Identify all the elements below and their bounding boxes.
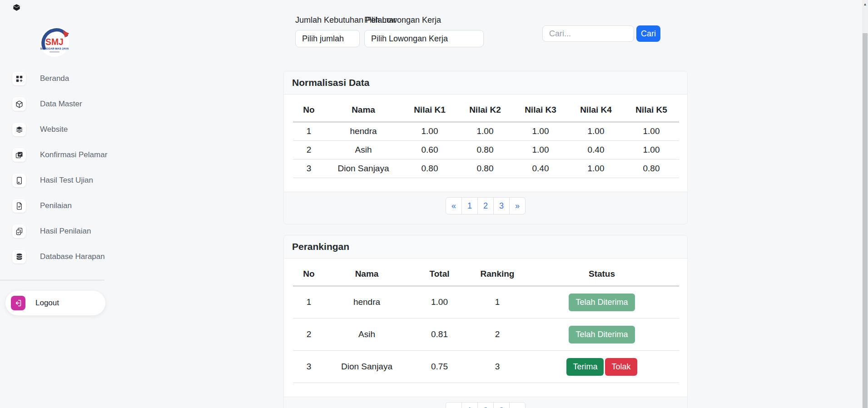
sidebar-item-hasil-penilaian[interactable]: Hasil Penilaian <box>0 224 109 238</box>
column-header: Total <box>409 262 470 286</box>
sidebar-item-konfirmasi-pelamar[interactable]: Konfirmasi Pelamar <box>0 148 109 162</box>
sidebar-item-label: Data Master <box>40 100 82 109</box>
pagination-prev[interactable]: « <box>446 197 462 214</box>
table-cell: 1 <box>470 286 525 318</box>
pagination-page-1[interactable]: 1 <box>461 402 478 408</box>
table-header-row: No Nama Total Ranking Status <box>293 262 679 286</box>
search-input[interactable] <box>542 25 634 42</box>
table-cell: 0.80 <box>402 159 457 178</box>
table-cell: 1.00 <box>402 122 457 141</box>
main-content: Jumlah Kebutuhan Pelamar Pilih jumlah Pi… <box>109 0 862 408</box>
table-row: 3 Dion Sanjaya 0.75 3 TerimaTolak <box>293 351 679 383</box>
normalisasi-title: Normalisasi Data <box>292 77 679 88</box>
grid-plus-icon <box>12 72 26 85</box>
search-button[interactable]: Cari <box>636 25 660 42</box>
table-cell: 1.00 <box>409 286 470 318</box>
normalisasi-card-footer: « 1 2 3 » <box>284 192 687 224</box>
sidebar-item-website[interactable]: Website <box>0 123 109 136</box>
normalisasi-card-header: Normalisasi Data <box>284 71 687 95</box>
status-accepted-button[interactable]: Telah Diterima <box>569 294 635 311</box>
logout-icon <box>11 296 25 310</box>
sidebar-item-label: Konfirmasi Pelamar <box>40 150 107 159</box>
tablet-icon <box>12 174 26 187</box>
logout-button[interactable]: Logout <box>5 291 105 315</box>
sidebar-item-penilaian[interactable]: Penilaian <box>0 199 109 213</box>
sidebar-item-beranda[interactable]: Beranda <box>0 72 109 85</box>
table-cell: 0.40 <box>513 159 568 178</box>
table-row: 1 hendra 1.00 1.00 1.00 1.00 1.00 <box>293 122 679 141</box>
up-arrow-icon[interactable]: ▲ <box>862 1 868 8</box>
column-header: No <box>293 98 325 122</box>
sidebar-menu: Beranda Data Master Website Konfirmasi P… <box>0 72 109 275</box>
terima-button[interactable]: Terima <box>566 358 604 376</box>
table-cell: 1.00 <box>513 122 568 141</box>
table-cell: 1 <box>293 286 325 318</box>
sidebar-item-hasil-test-ujian[interactable]: Hasil Test Ujian <box>0 174 109 187</box>
table-cell: Telah Diterima <box>525 286 679 318</box>
perankingan-card-footer: « 1 2 3 » <box>284 397 687 408</box>
sidebar-item-label: Website <box>40 125 68 134</box>
column-header: Nilai K2 <box>457 98 513 122</box>
scrollbar-thumb[interactable] <box>863 33 868 408</box>
status-accepted-button[interactable]: Telah Diterima <box>569 326 635 343</box>
perankingan-card: Perankingan No Nama Total Ranking Status <box>283 235 688 408</box>
tolak-button[interactable]: Tolak <box>605 358 637 376</box>
perankingan-title: Perankingan <box>292 241 679 252</box>
table-cell: Dion Sanjaya <box>325 351 409 383</box>
pagination-page-1[interactable]: 1 <box>461 197 478 214</box>
check-square-icon <box>12 148 26 162</box>
logout-label: Logout <box>35 299 59 308</box>
table-cell: 0.81 <box>409 318 470 351</box>
perankingan-table: No Nama Total Ranking Status 1 hendra <box>293 262 679 383</box>
normalisasi-card: Normalisasi Data No Nama Nilai K1 Nilai … <box>283 71 688 224</box>
table-cell: Asih <box>325 141 402 159</box>
sidebar-item-label: Hasil Test Ujian <box>40 176 93 185</box>
lowongan-filter-label: Pilih Lowongan Kerja <box>364 15 484 25</box>
lowongan-select[interactable]: Pilih Lowongan Kerja <box>364 30 484 47</box>
perankingan-card-header: Perankingan <box>284 235 687 259</box>
cube-icon <box>12 97 26 111</box>
table-cell: 0.40 <box>568 141 624 159</box>
table-row: 3 Dion Sanjaya 0.80 0.80 0.40 1.00 0.80 <box>293 159 679 178</box>
sidebar-item-label: Hasil Penilaian <box>40 227 91 236</box>
pagination-page-2[interactable]: 2 <box>477 197 494 214</box>
table-cell: 3 <box>470 351 525 383</box>
column-header: Nama <box>325 98 402 122</box>
filter-bar: Jumlah Kebutuhan Pelamar Pilih jumlah Pi… <box>283 0 688 71</box>
pagination-prev[interactable]: « <box>446 402 462 408</box>
jumlah-select[interactable]: Pilih jumlah <box>295 30 360 47</box>
pagination-next[interactable]: » <box>509 402 526 408</box>
lowongan-filter-group: Pilih Lowongan Kerja Pilih Lowongan Kerj… <box>364 15 484 47</box>
pagination-next[interactable]: » <box>509 197 526 214</box>
jumlah-select-value: Pilih jumlah <box>302 34 344 44</box>
column-header: Nilai K3 <box>513 98 568 122</box>
pagination-page-3[interactable]: 3 <box>493 197 510 214</box>
lowongan-select-value: Pilih Lowongan Kerja <box>371 34 448 44</box>
pagination-page-3[interactable]: 3 <box>493 402 510 408</box>
table-cell: 2 <box>293 141 325 159</box>
column-header: Nilai K1 <box>402 98 457 122</box>
table-cell: 1.00 <box>624 141 679 159</box>
sidebar-divider <box>0 280 104 280</box>
table-cell: hendra <box>325 122 402 141</box>
logo-text: SMJ <box>45 37 64 47</box>
table-row: 2 Asih 0.60 0.80 1.00 0.40 1.00 <box>293 141 679 159</box>
table-cell: Asih <box>325 318 409 351</box>
column-header: Nilai K4 <box>568 98 624 122</box>
perankingan-pagination: « 1 2 3 » <box>446 402 526 408</box>
table-cell: 0.75 <box>409 351 470 383</box>
sidebar-item-label: Beranda <box>40 74 69 83</box>
sidebar-item-database-harapan[interactable]: Database Harapan <box>0 250 109 264</box>
table-cell: 0.80 <box>624 159 679 178</box>
perankingan-card-body: No Nama Total Ranking Status 1 hendra <box>284 259 687 397</box>
column-header: Status <box>525 262 679 286</box>
search-group: Cari <box>542 25 660 42</box>
normalisasi-card-body: No Nama Nilai K1 Nilai K2 Nilai K3 Nilai… <box>284 95 687 192</box>
table-cell: Dion Sanjaya <box>325 159 402 178</box>
sidebar-item-data-master[interactable]: Data Master <box>0 97 109 111</box>
table-cell: hendra <box>325 286 409 318</box>
page: SMJ SANGGAR MAS JAYA Beranda Data Master <box>0 0 868 408</box>
pagination-page-2[interactable]: 2 <box>477 402 494 408</box>
scrollbar: ▲ <box>862 0 868 408</box>
logo-subtext: SANGGAR MAS JAYA <box>40 47 69 50</box>
